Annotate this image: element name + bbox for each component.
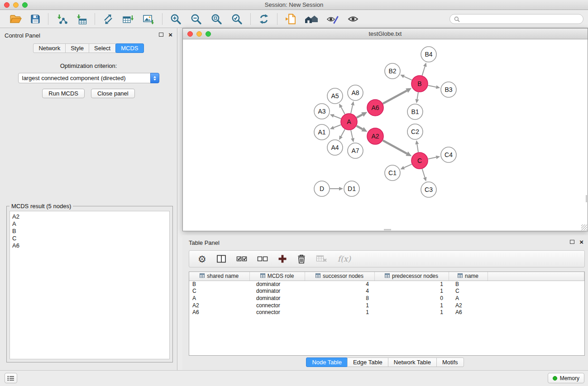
graph-edge-B-B4[interactable] [422, 67, 425, 76]
table-cell[interactable]: 0 [374, 295, 449, 302]
table-cell[interactable]: connector [249, 309, 305, 316]
table-cell[interactable]: B [449, 281, 488, 288]
zoom-selected-button[interactable] [227, 11, 247, 27]
graph-edge-A2-C[interactable] [383, 140, 407, 153]
table-settings-button[interactable]: ⚙ [193, 254, 211, 264]
network-canvas[interactable]: B4B2BB3A5A8A6B1A3AC2A1A2A4A7C4CC1C3DD1 [183, 39, 588, 231]
graph-node-C4[interactable]: C4 [441, 147, 456, 162]
table-cell[interactable]: C [189, 288, 249, 295]
export-image-button[interactable] [139, 11, 159, 27]
horizontal-scroll-hint[interactable] [384, 229, 391, 230]
table-cell[interactable]: C [449, 288, 488, 295]
table-cell[interactable]: A2 [449, 302, 488, 309]
graph-edge-A-A7[interactable] [351, 130, 353, 138]
network-zoom-button[interactable] [206, 31, 211, 37]
graph-edge-A-A3[interactable] [334, 116, 341, 119]
column-header-name[interactable]: name [449, 272, 488, 281]
network-window-titlebar[interactable]: testGlobe.txt [183, 29, 588, 39]
graph-node-A1[interactable]: A1 [314, 124, 330, 140]
graph-node-A8[interactable]: A8 [348, 85, 363, 100]
float-table-panel-icon[interactable] [570, 240, 574, 244]
save-session-button[interactable] [26, 11, 45, 27]
graph-node-A5[interactable]: A5 [327, 88, 343, 104]
graph-node-A[interactable]: A [341, 114, 357, 130]
graph-node-D1[interactable]: D1 [344, 181, 359, 196]
tab-edge-table[interactable]: Edge Table [347, 357, 388, 367]
tab-node-table[interactable]: Node Table [306, 357, 348, 367]
table-row[interactable]: A2connector11A2 [189, 302, 584, 309]
network-close-button[interactable] [187, 31, 193, 37]
tab-style[interactable]: Style [65, 43, 89, 53]
task-history-button[interactable] [5, 373, 17, 383]
graph-node-A6[interactable]: A6 [367, 100, 383, 116]
table-cell[interactable]: A6 [449, 309, 488, 316]
delete-column-button[interactable] [292, 254, 311, 264]
table-cell[interactable]: 1 [305, 309, 374, 316]
graph-edge-A-A2[interactable] [357, 126, 363, 129]
tab-motifs[interactable]: Motifs [436, 357, 464, 367]
tab-select[interactable]: Select [89, 43, 116, 53]
vertical-scroll-hint[interactable] [586, 195, 587, 202]
zoom-out-button[interactable] [186, 11, 206, 27]
graph-edge-A-A1[interactable] [334, 125, 341, 128]
graph-node-C[interactable]: C [411, 152, 428, 169]
table-cell[interactable]: 4 [305, 288, 374, 295]
float-panel-icon[interactable] [159, 33, 163, 37]
run-mcds-button[interactable]: Run MCDS [42, 89, 85, 98]
table-cell[interactable]: A [189, 295, 249, 302]
close-panel-icon[interactable]: × [168, 32, 172, 37]
graph-edge-B-B3[interactable] [428, 86, 436, 87]
graph-node-B3[interactable]: B3 [441, 82, 456, 97]
node-table-container[interactable]: shared nameMCDS rolesuccessor nodesprede… [189, 272, 585, 356]
minimize-window-button[interactable] [13, 2, 19, 8]
table-row[interactable]: Adominator80A [189, 295, 584, 302]
graph-node-A7[interactable]: A7 [348, 143, 363, 158]
column-header-predecessor-nodes[interactable]: predecessor nodes [374, 272, 449, 281]
import-table-button[interactable] [72, 11, 91, 27]
table-cell[interactable]: 1 [374, 281, 449, 288]
graph-edge-B-B1[interactable] [417, 92, 418, 100]
graph-edge-A6-B[interactable] [383, 91, 407, 104]
graph-node-C2[interactable]: C2 [407, 124, 423, 139]
graph-edge-C-C2[interactable] [417, 144, 418, 152]
graph-node-B1[interactable]: B1 [407, 104, 423, 119]
open-session-button[interactable] [5, 11, 26, 27]
column-layout-button[interactable] [211, 254, 231, 263]
graph-node-C3[interactable]: C3 [421, 182, 436, 197]
tab-mcds[interactable]: MCDS [115, 43, 143, 53]
search-input[interactable] [462, 16, 579, 22]
network-table-button[interactable] [118, 11, 139, 27]
close-table-panel-icon[interactable]: × [579, 239, 583, 244]
table-cell[interactable]: B [189, 281, 249, 288]
select-all-button[interactable] [231, 255, 252, 263]
table-cell[interactable]: A [449, 295, 488, 302]
graph-node-B2[interactable]: B2 [385, 63, 400, 79]
table-row[interactable]: A6connector11A6 [189, 309, 584, 316]
graph-node-B4[interactable]: B4 [421, 47, 436, 62]
table-cell[interactable]: 1 [374, 302, 449, 309]
table-cell[interactable]: A2 [189, 302, 249, 309]
table-cell[interactable]: 1 [374, 309, 449, 316]
memory-button[interactable]: Memory [548, 373, 584, 383]
network-minimize-button[interactable] [196, 31, 202, 37]
column-header-shared-name[interactable]: shared name [189, 272, 249, 281]
zoom-fit-button[interactable] [206, 11, 227, 27]
import-network-button[interactable] [52, 11, 72, 27]
refresh-layout-button[interactable] [254, 11, 274, 27]
table-cell[interactable]: dominator [249, 288, 305, 295]
optimization-criterion-dropdown[interactable]: largest connected component (directed) [18, 73, 159, 83]
graph-edge-B-B2[interactable] [404, 76, 411, 80]
table-cell[interactable]: 1 [374, 288, 449, 295]
graph-edge-A-A6[interactable] [357, 114, 363, 118]
graph-edge-C-C1[interactable] [404, 164, 412, 168]
graph-node-A2[interactable]: A2 [367, 128, 383, 144]
zoom-in-button[interactable] [166, 11, 186, 27]
search-field[interactable] [449, 14, 583, 24]
column-header-successor-nodes[interactable]: successor nodes [305, 272, 374, 281]
table-cell[interactable]: dominator [249, 281, 305, 288]
resize-grip[interactable] [581, 224, 587, 230]
graph-node-B[interactable]: B [411, 76, 428, 92]
graph-edge-A-A5[interactable] [341, 107, 345, 114]
table-cell[interactable]: 1 [305, 302, 374, 309]
close-window-button[interactable] [4, 2, 10, 8]
